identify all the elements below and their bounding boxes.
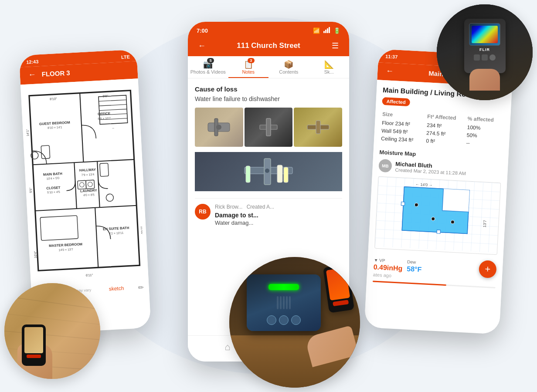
edit-icon[interactable]: ✏ — [138, 283, 144, 292]
svg-point-19 — [79, 182, 84, 187]
photo-1[interactable] — [195, 108, 243, 147]
held-phone — [326, 266, 351, 311]
small-phone-screen — [24, 327, 43, 353]
center-back-button[interactable]: ← — [197, 41, 207, 51]
moisture-map-container[interactable]: ← 14'0 → 13'7 — [374, 176, 501, 255]
user-avatar: MB — [378, 159, 392, 173]
signal-icon — [323, 27, 330, 34]
sensor-vents — [277, 296, 291, 309]
svg-point-55 — [265, 169, 269, 173]
tab-sketch[interactable]: 📐 Sk... — [309, 56, 350, 78]
floorplan-svg: ↕ 8'10" 8'9" 14'1" 5'5" GUEST BEDROOM — [24, 82, 145, 288]
svg-text:MAIN BATH: MAIN BATH — [43, 172, 63, 176]
svg-point-65 — [432, 217, 435, 220]
room-content: Main Building / Living Room Affected Siz… — [364, 80, 512, 330]
col-ft2-affected: Ft² Affected — [427, 113, 467, 123]
center-status-icons: 📶 🔋 — [313, 27, 340, 34]
phone-red-btn — [333, 300, 349, 306]
sketch-link[interactable]: sketch — [105, 283, 128, 294]
tab-photos-videos[interactable]: 📷 5 Photos & Videos — [188, 56, 228, 78]
left-time: 12:43 — [26, 59, 39, 64]
wood-floor-circle — [4, 283, 100, 379]
dew-label: Dew — [407, 259, 416, 264]
center-menu-button[interactable]: ☰ — [330, 41, 340, 51]
left-nav-title: FLOOR 3 — [41, 69, 70, 78]
wifi-icon: 📶 — [313, 27, 320, 34]
hand-visual — [469, 69, 500, 91]
sensor-btn-1 — [267, 315, 276, 325]
fab-icon: + — [485, 264, 491, 275]
moisture-map-svg: ← 14'0 → 13'7 — [375, 177, 500, 253]
tab-sketch-label: Sk... — [324, 69, 334, 74]
tab-contents[interactable]: 📦 Contents — [268, 56, 309, 78]
tab-photos-label: Photos & Videos — [190, 69, 226, 74]
right-back-button[interactable]: ← — [384, 65, 395, 76]
wall-affected: 274.5 ft² — [426, 129, 466, 139]
progress-bar — [373, 280, 446, 286]
svg-line-2 — [35, 206, 137, 211]
floor-affected: 234 ft² — [427, 122, 466, 131]
left-back-button[interactable]: ← — [27, 69, 37, 80]
cause-of-loss-text: Water line failure to dishwasher — [195, 95, 342, 102]
size-table: Size Ft² Affected % affected Floor 234 f… — [380, 110, 505, 149]
sensor-btn-3 — [291, 315, 301, 325]
svg-line-3 — [80, 93, 83, 162]
thermal-display — [472, 26, 498, 43]
cam-btn-1 — [474, 54, 480, 61]
svg-point-17 — [106, 194, 114, 202]
center-time: 7:00 — [197, 27, 208, 34]
svg-text:↕: ↕ — [111, 128, 114, 129]
dew-value: 58°F — [407, 265, 422, 273]
red-record-button — [27, 355, 41, 358]
svg-point-21 — [88, 182, 92, 187]
sensor-led-green — [268, 284, 299, 290]
right-time: 11:37 — [385, 54, 398, 61]
svg-text:CLOSET: CLOSET — [46, 186, 61, 190]
photo-4[interactable] — [195, 152, 342, 191]
photo-2[interactable] — [245, 108, 293, 147]
svg-text:7'2 × 10'11: 7'2 × 10'11 — [109, 231, 124, 235]
sensor-buttons — [267, 315, 301, 325]
comment-created: Created A... — [247, 204, 274, 210]
svg-rect-50 — [266, 118, 271, 136]
tab-notes[interactable]: 📋 3 Notes — [228, 56, 269, 78]
photo-3[interactable] — [294, 108, 342, 147]
user-row: MB Michael Bluth Created Mar 2, 2023 at … — [378, 159, 502, 179]
tab-contents-label: Contents — [279, 69, 298, 74]
left-signal: LTE — [121, 54, 130, 60]
hand-shape — [17, 344, 52, 379]
holding-hand — [308, 331, 356, 362]
damage-text: Water damag... — [215, 220, 274, 226]
svg-rect-61 — [442, 189, 470, 212]
commenter-name: Rick Brow... — [215, 204, 242, 210]
camera-body: FLIR — [464, 19, 506, 73]
flir-logo: FLIR — [464, 47, 506, 52]
svg-rect-57 — [284, 167, 288, 182]
svg-point-66 — [451, 220, 454, 224]
svg-text:5'5": 5'5" — [29, 187, 33, 193]
ceiling-affected: 0 ft² — [426, 137, 466, 146]
center-nav-bar: ← 111 Church Street ☰ — [188, 37, 349, 56]
sensor-circle — [229, 257, 360, 388]
comment-avatar: RB — [195, 204, 211, 220]
cause-of-loss-label: Cause of loss — [195, 85, 342, 93]
svg-rect-63 — [437, 230, 440, 233]
vp-dew-area: ▼ VP 0.49inHg Dew 58°F — [373, 255, 422, 274]
svg-line-69 — [4, 296, 100, 309]
flir-camera-circle: FLIR — [437, 4, 533, 100]
pipe-image-1 — [206, 116, 232, 138]
svg-point-48 — [216, 125, 221, 130]
flir-camera-visual: FLIR — [437, 4, 533, 100]
svg-text:4'0 × 8'5: 4'0 × 8'5 — [83, 193, 95, 196]
svg-text:8'9": 8'9" — [102, 94, 108, 98]
pipe-image-4 — [242, 156, 295, 187]
comment-row: RB Rick Brow... Created A... Damage to s… — [195, 198, 342, 231]
fab-add-button[interactable]: + — [479, 260, 497, 278]
svg-rect-18 — [78, 180, 86, 189]
svg-line-6 — [95, 208, 98, 267]
damage-title: Damage to st... — [215, 212, 274, 219]
cam-btn-3 — [489, 54, 496, 61]
svg-text:11'01": 11'01" — [140, 226, 144, 235]
ceiling-size: Ceiling 234 ft² — [381, 135, 425, 144]
svg-text:10'4 × 5'0: 10'4 × 5'0 — [46, 176, 59, 180]
